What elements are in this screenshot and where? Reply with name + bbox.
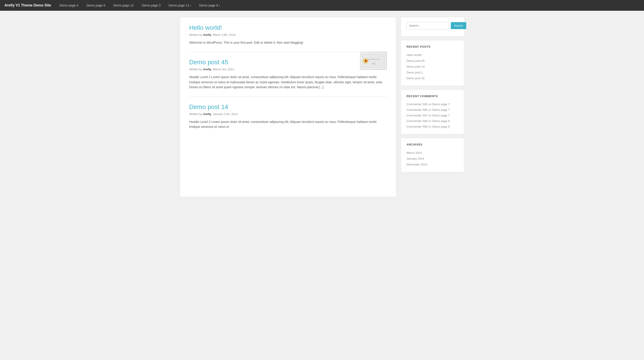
- list-item: Hello world!: [406, 52, 458, 58]
- post-demo45: Demo post 45 Written by Arefly, March 3r…: [189, 59, 387, 90]
- recent-comments-title: RECENT COMMENTS: [406, 94, 458, 98]
- page-wrapper: Hello world! Written by Arefly, March 13…: [177, 18, 467, 197]
- svg-text:www.5kym.com: www.5kym.com: [367, 58, 380, 60]
- recent-posts-title: RECENT POSTS: [406, 45, 458, 48]
- post-body-demo45: Header Level 2 Lorem ipsum dolor sit ame…: [189, 75, 387, 90]
- recent-comments-widget: RECENT COMMENTS Commenter 595 on Demo pa…: [401, 90, 464, 134]
- recent-post-link-4[interactable]: Demo post 26: [406, 77, 425, 80]
- post-author-hello-world: Arefly: [203, 33, 211, 37]
- nav-item-demo11[interactable]: Demo page 11 ▾: [164, 0, 195, 11]
- archives-list: March 2014 January 2014 December 2013: [406, 150, 458, 167]
- post-date-demo14: January 27th, 2014: [213, 112, 238, 116]
- search-input[interactable]: [406, 22, 449, 29]
- commenter-2: Commenter 597: [406, 114, 427, 117]
- archive-link-0[interactable]: March 2014: [406, 151, 422, 154]
- post-author-demo14: Arefly: [203, 112, 211, 116]
- archives-title: ARCHIVES: [406, 143, 458, 146]
- nav-item-demo3[interactable]: Demo page 3: [138, 0, 164, 11]
- post-divider-2: [189, 96, 387, 97]
- nav-item-demo6[interactable]: Demo page 6 ▾: [195, 0, 224, 11]
- comment-page-link-3[interactable]: Demo page 9: [432, 119, 450, 123]
- commenter-4: Commenter 599: [406, 125, 427, 128]
- nav-item-demo4[interactable]: Demo page 4: [56, 0, 82, 11]
- archive-link-1[interactable]: January 2014: [406, 157, 424, 160]
- site-brand: Arefly V1 Theme Demo Site: [2, 3, 56, 8]
- main-nav: Arefly V1 Theme Demo Site Demo page 4 De…: [0, 0, 644, 11]
- post-body-demo14: Header Level 2 Lorem ipsum dolor sit ame…: [189, 119, 387, 129]
- list-item: Demo post 26: [406, 75, 458, 81]
- chevron-down-icon: ▾: [219, 4, 220, 7]
- list-item: March 2014: [406, 150, 458, 156]
- archives-widget: ARCHIVES March 2014 January 2014 Decembe…: [401, 138, 464, 172]
- list-item: December 2013: [406, 161, 458, 167]
- post-date-demo45: March 3rd, 2014: [213, 68, 234, 71]
- svg-text:下载: 下载: [372, 63, 375, 65]
- list-item: Demo post 45: [406, 58, 458, 64]
- post-title-hello-world[interactable]: Hello world!: [189, 24, 387, 31]
- recent-post-link-0[interactable]: Hello world!: [406, 53, 422, 57]
- list-item: Commenter 598 on Demo page 9: [406, 118, 458, 124]
- comment-page-link-0[interactable]: Demo page 7: [432, 103, 450, 106]
- nav-items: Demo page 4 Demo page 8 Demo page 12 Dem…: [56, 0, 224, 11]
- recent-post-link-1[interactable]: Demo post 45: [406, 59, 425, 63]
- recent-posts-widget: RECENT POSTS Hello world! Demo post 45 D…: [401, 41, 464, 86]
- post-hello-world: Hello world! Written by Arefly, March 13…: [189, 24, 387, 45]
- commenter-3: Commenter 598: [406, 119, 427, 123]
- archive-link-2[interactable]: December 2013: [406, 163, 427, 166]
- commenter-0: Commenter 595: [406, 103, 427, 106]
- comment-page-link-4[interactable]: Demo page 9: [432, 125, 450, 128]
- nav-item-demo8[interactable]: Demo page 8: [82, 0, 109, 11]
- list-item: January 2014: [406, 156, 458, 161]
- nav-item-demo12[interactable]: Demo page 12: [109, 0, 138, 11]
- list-item: Commenter 597 on Demo page 7: [406, 113, 458, 118]
- recent-posts-list: Hello world! Demo post 45 Demo post 14 D…: [406, 52, 458, 81]
- commenter-1: Commenter 596: [406, 108, 427, 111]
- search-button[interactable]: Search: [451, 22, 466, 29]
- comment-page-link-1[interactable]: Demo page 7: [432, 108, 450, 111]
- search-widget: Search: [401, 18, 464, 36]
- main-content: Hello world! Written by Arefly, March 13…: [180, 18, 396, 197]
- post-meta-demo14: Written by Arefly, January 27th, 2014: [189, 112, 387, 116]
- list-item: Demo post 14: [406, 64, 458, 69]
- sidebar: Search RECENT POSTS Hello world! Demo po…: [401, 18, 464, 197]
- recent-post-link-3[interactable]: Demo post 1: [406, 71, 423, 74]
- post-title-demo45[interactable]: Demo post 45: [189, 59, 360, 66]
- list-item: Commenter 599 on Demo page 9: [406, 124, 458, 129]
- comment-page-link-2[interactable]: Demo page 7: [432, 114, 450, 117]
- post-date-hello-world: March 13th, 2014: [213, 33, 236, 37]
- post-body-hello-world: Welcome to WordPress. This is your first…: [189, 40, 387, 45]
- list-item: Commenter 595 on Demo page 7: [406, 101, 458, 107]
- post-title-demo14[interactable]: Demo post 14: [189, 103, 387, 111]
- post-demo14: Demo post 14 Written by Arefly, January …: [189, 103, 387, 129]
- recent-comments-list: Commenter 595 on Demo page 7 Commenter 5…: [406, 101, 458, 129]
- post-meta-demo45: Written by Arefly, March 3rd, 2014: [189, 68, 360, 71]
- post-author-demo45: Arefly: [203, 68, 211, 71]
- chevron-down-icon: ▾: [190, 4, 191, 7]
- post-thumbnail-demo45: www.5kym.com 下载: [360, 52, 387, 70]
- list-item: Demo post 1: [406, 69, 458, 75]
- recent-post-link-2[interactable]: Demo post 14: [406, 65, 425, 68]
- search-form: Search: [406, 22, 458, 29]
- list-item: Commenter 596 on Demo page 7: [406, 107, 458, 113]
- post-meta-hello-world: Written by Arefly, March 13th, 2014: [189, 33, 387, 37]
